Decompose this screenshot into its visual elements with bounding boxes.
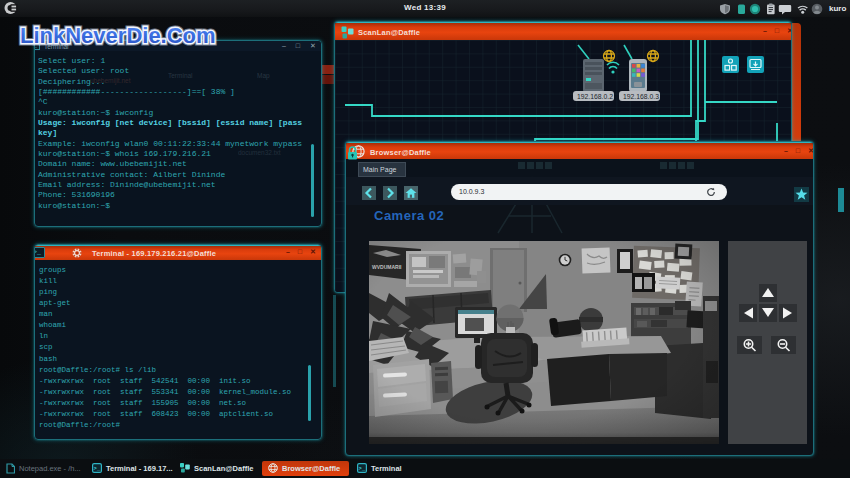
svg-text:>_: >_ xyxy=(94,465,101,472)
svg-text:>_: >_ xyxy=(359,465,366,472)
svg-text:LinkNeverDie.Com: LinkNeverDie.Com xyxy=(20,23,216,48)
svg-text:192.168.0.2: 192.168.0.2 xyxy=(577,93,613,100)
svg-text:192.168.0.3: 192.168.0.3 xyxy=(623,93,659,100)
